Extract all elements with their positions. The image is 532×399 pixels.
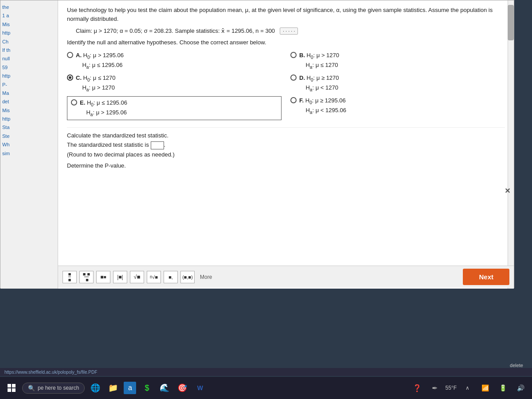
scrollbar[interactable] — [508, 0, 514, 289]
radio-e[interactable] — [71, 99, 77, 106]
choice-d-text: D. H0: μ ≥ 1270 Ha: μ < 1270 — [299, 74, 339, 93]
radio-c[interactable] — [67, 74, 73, 81]
taskbar-dollar-icon[interactable]: $ — [140, 381, 154, 395]
choice-f-text: F. H0: μ ≥ 1295.06 Ha: μ < 1295.06 — [299, 96, 346, 115]
url-text: https://www.sheffield.ac.uk/polopoly_fs/… — [4, 370, 97, 375]
sidebar-item-sta[interactable]: Sta — [2, 124, 56, 131]
mixed-fraction-button[interactable]: ■ ■ ■ — [79, 271, 94, 283]
url-bar: https://www.sheffield.ac.uk/polopoly_fs/… — [0, 368, 532, 376]
choice-b[interactable]: B. H0: μ > 1270 Ha: μ ≤ 1270 — [290, 51, 505, 70]
sidebar-item-mis[interactable]: Mis — [2, 21, 56, 28]
sidebar-item-p[interactable]: P- — [2, 82, 56, 88]
wifi-icon[interactable]: 📶 — [478, 381, 492, 395]
choice-e-text: E. H0: μ ≤ 1295.06 Ha: μ > 1295.06 — [80, 98, 127, 117]
comma-button[interactable]: ■, — [164, 271, 178, 283]
sidebar-item-the[interactable]: the — [2, 4, 56, 11]
sidebar-item-ste[interactable]: Ste — [2, 133, 56, 140]
stat-input-box[interactable] — [151, 141, 164, 149]
temperature-display: 55°F — [446, 385, 457, 391]
choices-grid: A. H0: μ > 1295.06 Ha: μ ≤ 1295.06 B. H0… — [67, 51, 505, 120]
claim-line: Claim: μ > 1270; α = 0.05; σ = 208.23. S… — [76, 27, 505, 35]
ellipsis-button[interactable]: · · · · · — [280, 27, 298, 35]
taskbar-word-icon[interactable]: W — [193, 381, 207, 395]
next-button[interactable]: Next — [463, 269, 509, 285]
svg-rect-1 — [12, 384, 16, 387]
sidebar-item-1a[interactable]: 1 a — [2, 12, 56, 19]
taskbar-target-icon[interactable]: 🎯 — [175, 381, 189, 395]
radio-f[interactable] — [290, 97, 297, 103]
radio-b[interactable] — [290, 52, 297, 58]
problem-intro: Use technology to help you test the clai… — [67, 6, 505, 23]
radio-d[interactable] — [290, 74, 297, 81]
sqrt-button[interactable]: √■ — [130, 271, 144, 283]
sidebar: the 1 a Mis http Ch If th null 59 http P… — [0, 0, 58, 289]
taskbar: 🔍 pe here to search 🌐 📁 a $ 🌊 🎯 W ❓ ✒ 55… — [0, 377, 532, 399]
close-button[interactable]: ✕ — [505, 187, 510, 195]
sidebar-item-det[interactable]: det — [2, 98, 56, 105]
more-button[interactable]: More — [197, 273, 215, 281]
windows-start-icon[interactable] — [4, 381, 19, 395]
identify-label: Identify the null and alternative hypoth… — [67, 39, 505, 46]
choice-f[interactable]: F. H0: μ ≥ 1295.06 Ha: μ < 1295.06 — [290, 96, 505, 120]
choice-a-text: A. H0: μ > 1295.06 Ha: μ ≤ 1295.06 — [76, 51, 124, 70]
chevron-up-icon[interactable]: ∧ — [460, 381, 474, 395]
svg-rect-0 — [8, 384, 11, 387]
choice-a[interactable]: A. H0: μ > 1295.06 Ha: μ ≤ 1295.06 — [67, 51, 282, 70]
stat-input-line: The standardized test statistic is . — [67, 141, 505, 149]
battery-icon[interactable]: 🔋 — [496, 381, 510, 395]
choice-c[interactable]: C. H0: μ ≤ 1270 Ha: μ > 1270 — [67, 74, 282, 93]
main-content: Use technology to help you test the clai… — [58, 0, 514, 289]
sidebar-item-sim[interactable]: sim — [2, 150, 56, 157]
desktop-icon-delete[interactable]: delete — [510, 363, 523, 368]
sidebar-item-http1[interactable]: http — [2, 30, 56, 36]
sidebar-item-59[interactable]: 59 — [2, 64, 56, 71]
sidebar-item-ch[interactable]: Ch — [2, 39, 56, 45]
sidebar-item-ma[interactable]: Ma — [2, 90, 56, 97]
sidebar-item-mis2[interactable]: Mis — [2, 107, 56, 114]
fraction-button[interactable]: ■ ■ — [63, 271, 77, 283]
tuple-button[interactable]: (■,■) — [180, 271, 195, 283]
taskbar-help-icon[interactable]: ❓ — [410, 381, 424, 395]
app-window: the 1 a Mis http Ch If th null 59 http P… — [0, 0, 514, 288]
superscript-button[interactable]: ■■ — [96, 271, 110, 283]
round-note: (Round to two decimal places as needed.) — [67, 151, 505, 158]
choice-c-text: C. H0: μ ≤ 1270 Ha: μ > 1270 — [76, 74, 116, 93]
absolute-value-button[interactable]: |■| — [113, 271, 127, 283]
calc-section: Calculate the standardized test statisti… — [67, 127, 505, 169]
sidebar-item-http3[interactable]: http — [2, 116, 56, 122]
nth-root-button[interactable]: n√■ — [147, 271, 161, 283]
sidebar-item-ifth[interactable]: If th — [2, 47, 56, 54]
sidebar-item-http2[interactable]: http — [2, 73, 56, 79]
scrollbar-thumb[interactable] — [508, 5, 514, 40]
search-icon: 🔍 — [28, 385, 35, 391]
svg-rect-2 — [8, 388, 11, 392]
taskbar-app-icon-a[interactable]: a — [124, 382, 136, 394]
desktop: the 1 a Mis http Ch If th null 59 http P… — [0, 0, 532, 399]
math-toolbar: ■ ■ ■ ■ ■ ■■ |■| √■ n√■ ■, (■,■) More Ne… — [58, 266, 514, 288]
volume-icon[interactable]: 🔊 — [513, 381, 528, 395]
sidebar-item-wh[interactable]: Wh — [2, 141, 56, 148]
taskbar-right: ❓ ✒ 55°F ∧ 📶 🔋 🔊 — [410, 381, 528, 395]
choice-d[interactable]: D. H0: μ ≥ 1270 Ha: μ < 1270 — [290, 74, 505, 93]
taskbar-file-icon[interactable]: 📁 — [106, 381, 120, 395]
pvalue-label: Determine the P-value. — [67, 162, 505, 169]
choice-b-text: B. H0: μ > 1270 Ha: μ ≤ 1270 — [299, 51, 339, 70]
choice-e[interactable]: E. H0: μ ≤ 1295.06 Ha: μ > 1295.06 — [67, 96, 282, 120]
radio-a[interactable] — [67, 52, 73, 58]
calc-label: Calculate the standardized test statisti… — [67, 132, 505, 139]
desktop-icons: delete — [510, 363, 523, 368]
sidebar-item-null[interactable]: null — [2, 55, 56, 62]
taskbar-edge-icon[interactable]: 🌊 — [157, 381, 172, 395]
taskbar-browser-icon[interactable]: 🌐 — [88, 381, 102, 395]
taskbar-search[interactable]: 🔍 pe here to search — [22, 383, 85, 394]
search-placeholder-text: pe here to search — [38, 385, 79, 391]
taskbar-pen-icon[interactable]: ✒ — [428, 381, 442, 395]
svg-rect-3 — [12, 388, 16, 392]
